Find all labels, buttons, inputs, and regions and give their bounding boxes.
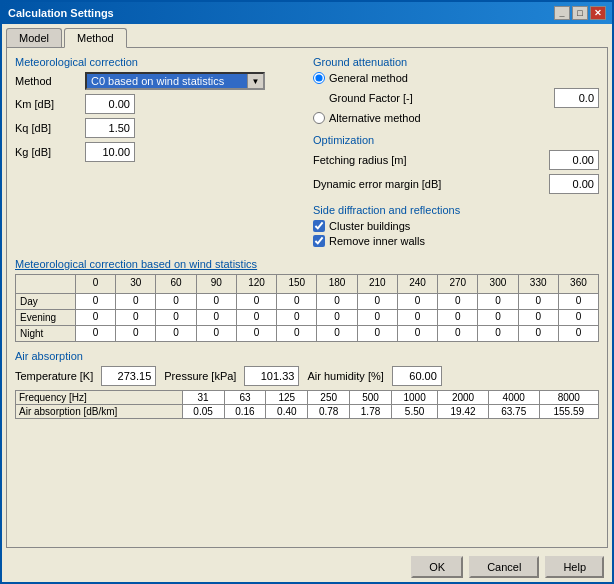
abs-2000[interactable]: 19.42 (438, 405, 489, 419)
day-cell-3[interactable]: 0 (197, 294, 237, 309)
wind-statistics-link[interactable]: wind statistics (189, 258, 257, 270)
day-cell-1[interactable]: 0 (116, 294, 156, 309)
day-cell-2[interactable]: 0 (156, 294, 196, 309)
ngt-cell-9[interactable]: 0 (438, 326, 478, 341)
ngt-cell-4[interactable]: 0 (237, 326, 277, 341)
air-absorption-title: Air absorption (15, 350, 599, 362)
met-correction-title: Meteorological correction (15, 56, 301, 68)
alternative-method-row: Alternative method (313, 112, 599, 124)
kg-input[interactable] (85, 142, 135, 162)
top-section: Meteorological correction Method C0 base… (15, 56, 599, 250)
day-cell-0[interactable]: 0 (76, 294, 116, 309)
day-cell-12[interactable]: 0 (559, 294, 598, 309)
col-90: 90 (197, 275, 237, 293)
eve-cell-11[interactable]: 0 (519, 310, 559, 325)
day-cell-7[interactable]: 0 (358, 294, 398, 309)
close-button[interactable]: ✕ (590, 6, 606, 20)
eve-cell-0[interactable]: 0 (76, 310, 116, 325)
ngt-cell-12[interactable]: 0 (559, 326, 598, 341)
kq-input[interactable] (85, 118, 135, 138)
col-180: 180 (317, 275, 357, 293)
alternative-method-label: Alternative method (329, 112, 421, 124)
humidity-input[interactable] (392, 366, 442, 386)
remove-inner-walls-checkbox[interactable] (313, 235, 325, 247)
eve-cell-3[interactable]: 0 (197, 310, 237, 325)
col-300: 300 (478, 275, 518, 293)
method-dropdown[interactable]: C0 based on wind statistics ▼ (85, 72, 265, 90)
ngt-cell-8[interactable]: 0 (398, 326, 438, 341)
humidity-label: Air humidity [%] (307, 370, 383, 382)
ngt-cell-10[interactable]: 0 (478, 326, 518, 341)
eve-cell-5[interactable]: 0 (277, 310, 317, 325)
day-cell-11[interactable]: 0 (519, 294, 559, 309)
eve-cell-6[interactable]: 0 (317, 310, 357, 325)
absorption-label-cell: Air absorption [dB/km] (16, 405, 183, 419)
pressure-label: Pressure [kPa] (164, 370, 236, 382)
eve-cell-9[interactable]: 0 (438, 310, 478, 325)
abs-125[interactable]: 0.40 (266, 405, 308, 419)
dropdown-arrow[interactable]: ▼ (247, 74, 263, 88)
col-210: 210 (358, 275, 398, 293)
ngt-cell-3[interactable]: 0 (197, 326, 237, 341)
cancel-button[interactable]: Cancel (469, 556, 539, 578)
abs-500[interactable]: 1.78 (350, 405, 392, 419)
kg-label: Kg [dB] (15, 146, 85, 158)
ngt-cell-7[interactable]: 0 (358, 326, 398, 341)
ground-attenuation-title: Ground attenuation (313, 56, 599, 68)
abs-31[interactable]: 0.05 (182, 405, 224, 419)
day-cell-4[interactable]: 0 (237, 294, 277, 309)
cluster-buildings-row: Cluster buildings (313, 220, 599, 232)
fetching-radius-input[interactable] (549, 150, 599, 170)
abs-1000[interactable]: 5.50 (391, 405, 437, 419)
abs-4000[interactable]: 63.75 (488, 405, 539, 419)
maximize-button[interactable]: □ (572, 6, 588, 20)
ngt-cell-11[interactable]: 0 (519, 326, 559, 341)
col-30: 30 (116, 275, 156, 293)
ngt-cell-0[interactable]: 0 (76, 326, 116, 341)
day-cell-5[interactable]: 0 (277, 294, 317, 309)
cluster-buildings-checkbox[interactable] (313, 220, 325, 232)
tab-method[interactable]: Method (64, 28, 127, 48)
wind-statistics-title: Meteorological correction based on wind … (15, 258, 599, 270)
abs-250[interactable]: 0.78 (308, 405, 350, 419)
abs-63[interactable]: 0.16 (224, 405, 266, 419)
ngt-cell-6[interactable]: 0 (317, 326, 357, 341)
ground-factor-label: Ground Factor [-] (329, 92, 554, 104)
day-cell-8[interactable]: 0 (398, 294, 438, 309)
eve-cell-12[interactable]: 0 (559, 310, 598, 325)
air-absorption-section: Air absorption Temperature [K] Pressure … (15, 350, 599, 419)
freq-125: 125 (266, 391, 308, 405)
help-button[interactable]: Help (545, 556, 604, 578)
ground-factor-input[interactable] (554, 88, 599, 108)
title-bar-controls: _ □ ✕ (554, 6, 606, 20)
eve-cell-2[interactable]: 0 (156, 310, 196, 325)
ngt-cell-5[interactable]: 0 (277, 326, 317, 341)
side-diffraction-title: Side diffraction and reflections (313, 204, 599, 216)
eve-cell-8[interactable]: 0 (398, 310, 438, 325)
km-input[interactable] (85, 94, 135, 114)
freq-2000: 2000 (438, 391, 489, 405)
eve-cell-1[interactable]: 0 (116, 310, 156, 325)
dynamic-error-label: Dynamic error margin [dB] (313, 178, 549, 190)
eve-cell-7[interactable]: 0 (358, 310, 398, 325)
tabs-row: Model Method (2, 24, 612, 47)
eve-cell-4[interactable]: 0 (237, 310, 277, 325)
day-cell-9[interactable]: 0 (438, 294, 478, 309)
pressure-input[interactable] (244, 366, 299, 386)
ngt-cell-1[interactable]: 0 (116, 326, 156, 341)
freq-63: 63 (224, 391, 266, 405)
abs-8000[interactable]: 155.59 (539, 405, 598, 419)
day-cell-6[interactable]: 0 (317, 294, 357, 309)
eve-cell-10[interactable]: 0 (478, 310, 518, 325)
temperature-input[interactable] (101, 366, 156, 386)
general-method-radio[interactable] (313, 72, 325, 84)
dynamic-error-input[interactable] (549, 174, 599, 194)
ok-button[interactable]: OK (411, 556, 463, 578)
calculation-settings-window: Calculation Settings _ □ ✕ Model Method … (0, 0, 614, 584)
alternative-method-radio[interactable] (313, 112, 325, 124)
minimize-button[interactable]: _ (554, 6, 570, 20)
tab-model[interactable]: Model (6, 28, 62, 47)
wind-stats-table: 0 30 60 90 120 150 180 210 240 270 300 3… (15, 274, 599, 342)
day-cell-10[interactable]: 0 (478, 294, 518, 309)
ngt-cell-2[interactable]: 0 (156, 326, 196, 341)
